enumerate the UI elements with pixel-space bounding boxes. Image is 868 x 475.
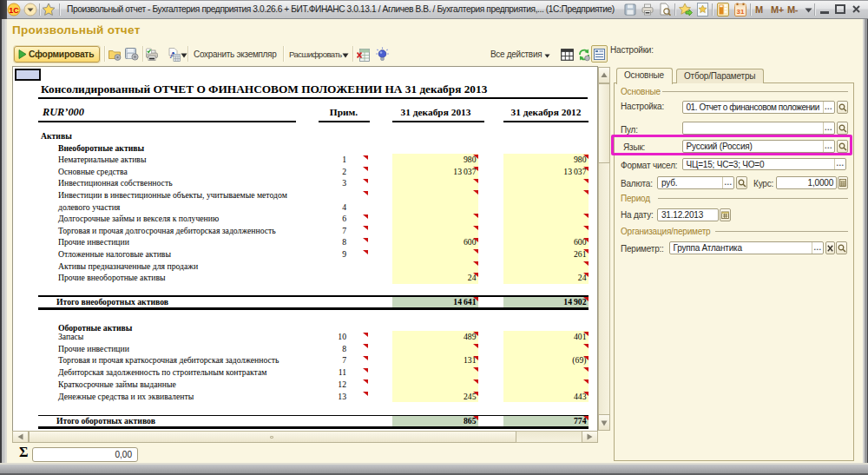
svg-text:1C: 1C	[9, 6, 19, 15]
svg-text:31: 31	[737, 8, 745, 16]
